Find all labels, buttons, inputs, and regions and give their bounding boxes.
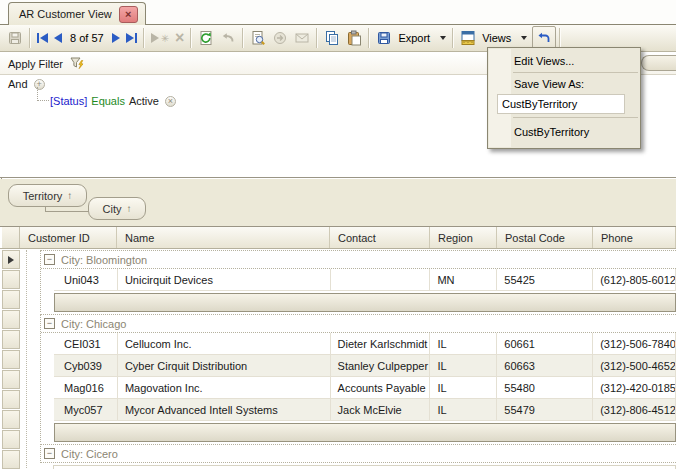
last-record-button[interactable] bbox=[123, 27, 140, 49]
group-header-row[interactable]: −City: Bloomington bbox=[41, 250, 676, 269]
row-indicator-cell[interactable] bbox=[2, 410, 20, 429]
column-header-postal-code[interactable]: Postal Code bbox=[497, 227, 593, 248]
cell-region: MN bbox=[430, 269, 497, 290]
row-indicator-cell[interactable] bbox=[2, 450, 20, 469]
toolbar-separator bbox=[242, 28, 244, 48]
sort-ascending-icon[interactable]: ↑ bbox=[126, 203, 131, 214]
app-window: AR Customer View 8 of 57 ✳ bbox=[0, 0, 676, 469]
tab-close-icon[interactable] bbox=[119, 6, 138, 23]
paste-button[interactable] bbox=[343, 27, 365, 49]
cell-phone: (612)-805-6012 bbox=[593, 269, 676, 290]
copy-button[interactable] bbox=[321, 27, 343, 49]
group-band-city-chicago: −City: ChicagoCEI031Cellucom Inc.Dieter … bbox=[40, 314, 676, 442]
column-header-phone[interactable]: Phone bbox=[593, 227, 676, 248]
refresh-icon bbox=[198, 30, 214, 46]
row-indicator-cell[interactable] bbox=[2, 350, 20, 369]
row-indicator-cell[interactable] bbox=[2, 330, 20, 349]
row-indicator-cell[interactable] bbox=[2, 370, 20, 389]
column-header-customer-id[interactable]: Customer ID bbox=[20, 227, 117, 248]
record-position: 8 of 57 bbox=[65, 32, 109, 44]
condition-field[interactable]: [Status] bbox=[50, 95, 87, 107]
views-button[interactable]: Views bbox=[457, 27, 530, 49]
cell-postal_code: 55425 bbox=[497, 269, 593, 290]
column-header-contact[interactable]: Contact bbox=[330, 227, 430, 248]
table-row[interactable]: Mag016Magovation Inc.Accounts PayableIL5… bbox=[54, 377, 676, 399]
group-label: City: Bloomington bbox=[61, 254, 147, 266]
grid-rows: −City: BloomingtonUni043Unicirquit Devic… bbox=[20, 250, 676, 469]
cell-region: IL bbox=[430, 333, 497, 354]
row-indicator-cell[interactable] bbox=[2, 270, 20, 289]
export-label: Export bbox=[398, 32, 430, 44]
menu-item-saved-view[interactable]: CustByTerritory bbox=[488, 122, 640, 143]
row-indicator-cell[interactable] bbox=[2, 310, 20, 329]
view-name-input[interactable] bbox=[497, 94, 625, 114]
tab-ar-customer-view[interactable]: AR Customer View bbox=[8, 2, 146, 25]
previous-arrow-icon bbox=[54, 33, 62, 43]
next-record-button[interactable] bbox=[109, 27, 123, 49]
row-indicator-cell[interactable] bbox=[2, 250, 20, 269]
grid-body: −City: BloomingtonUni043Unicirquit Devic… bbox=[0, 250, 676, 469]
filter-operator[interactable]: And bbox=[8, 78, 28, 90]
last-bar-icon bbox=[135, 33, 137, 43]
group-by-bar: Territory ↑ City ↑ bbox=[0, 179, 676, 226]
delete-x-icon bbox=[175, 30, 184, 46]
collapse-icon[interactable]: − bbox=[44, 254, 55, 265]
views-icon bbox=[460, 30, 476, 46]
sort-ascending-icon[interactable]: ↑ bbox=[67, 190, 72, 201]
toolbar-separator bbox=[452, 28, 454, 48]
print-preview-button[interactable] bbox=[247, 27, 269, 49]
row-indicator-cell[interactable] bbox=[2, 430, 20, 449]
row-indicator-cell[interactable] bbox=[2, 290, 20, 309]
toolbar-separator bbox=[143, 28, 145, 48]
toolbar-separator bbox=[559, 28, 561, 48]
toolbar-separator bbox=[316, 28, 318, 48]
column-header-label: Postal Code bbox=[505, 232, 565, 244]
cell-name: Cellucom Inc. bbox=[118, 333, 331, 354]
cell-phone: (312)-806-4512 bbox=[593, 399, 676, 420]
table-row[interactable]: Myc057Mycor Advanced Intell SystemsJack … bbox=[54, 399, 676, 421]
group-field-city[interactable]: City ↑ bbox=[88, 197, 146, 220]
collapse-icon[interactable]: − bbox=[44, 318, 55, 329]
row-indicator-cell[interactable] bbox=[2, 390, 20, 409]
condition-operator[interactable]: Equals bbox=[91, 95, 125, 107]
data-grid: Customer IDNameContactRegionPostal CodeP… bbox=[0, 226, 676, 469]
cell-customer_id: CEI031 bbox=[54, 333, 118, 354]
group-field-territory[interactable]: Territory ↑ bbox=[8, 184, 87, 207]
cell-contact: Dieter Karlschmidt bbox=[331, 333, 431, 354]
condition-value[interactable]: Active bbox=[129, 95, 159, 107]
last-arrow-icon bbox=[126, 33, 134, 43]
refresh-button[interactable] bbox=[195, 27, 217, 49]
filter-tree-branch bbox=[37, 87, 49, 101]
menu-separator bbox=[513, 117, 638, 118]
row-indicator-panel bbox=[2, 250, 20, 469]
email-icon bbox=[294, 30, 310, 46]
new-row-star-icon: ✳ bbox=[161, 33, 169, 44]
menu-item-edit-views[interactable]: Edit Views... bbox=[488, 51, 640, 71]
delete-button bbox=[172, 27, 187, 49]
group-connector-line bbox=[45, 207, 89, 212]
email-button bbox=[291, 27, 313, 49]
group-header-row[interactable]: −City: Cicero bbox=[41, 444, 676, 463]
first-record-button[interactable] bbox=[34, 27, 51, 49]
export-dropdown-caret-icon bbox=[440, 36, 446, 40]
cell-postal_code: 60663 bbox=[497, 355, 593, 376]
remove-condition-icon[interactable] bbox=[165, 96, 176, 107]
table-row[interactable]: CEI031Cellucom Inc.Dieter KarlschmidtIL6… bbox=[54, 333, 676, 355]
next-arrow-icon bbox=[112, 33, 120, 43]
table-row[interactable]: Uni043Unicirquit DevicesMN55425(612)-805… bbox=[54, 269, 676, 291]
table-row[interactable]: Cyb039Cyber Cirquit DistributionStanley … bbox=[54, 355, 676, 377]
group-header-row[interactable]: −City: Chicago bbox=[41, 314, 676, 333]
print-preview-icon bbox=[250, 30, 266, 46]
save-view-as-label: Save View As: bbox=[488, 73, 640, 92]
export-button[interactable]: Export bbox=[373, 27, 449, 49]
filter-panel-corner-button[interactable] bbox=[641, 55, 676, 71]
previous-record-button[interactable] bbox=[51, 27, 65, 49]
copy-icon bbox=[324, 30, 340, 46]
column-header-name[interactable]: Name bbox=[117, 227, 330, 248]
export-icon bbox=[376, 30, 392, 46]
new-row-button: ✳ bbox=[148, 27, 172, 49]
paste-icon bbox=[346, 30, 362, 46]
collapse-icon[interactable]: − bbox=[44, 448, 55, 459]
column-header-region[interactable]: Region bbox=[430, 227, 497, 248]
group-band-city-bloomington: −City: BloomingtonUni043Unicirquit Devic… bbox=[40, 250, 676, 312]
